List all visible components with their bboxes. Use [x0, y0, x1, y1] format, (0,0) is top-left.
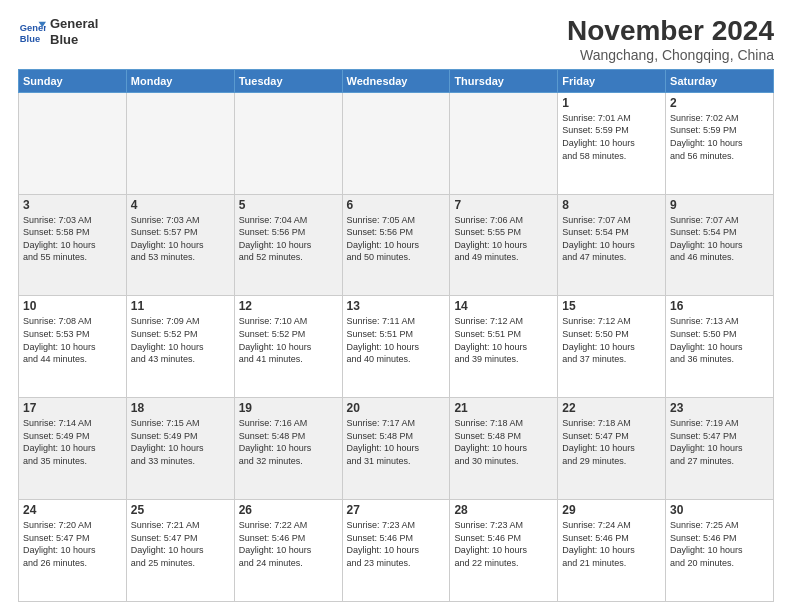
calendar-cell: 26Sunrise: 7:22 AMSunset: 5:46 PMDayligh… [234, 500, 342, 602]
day-number: 6 [347, 198, 446, 212]
calendar-cell [19, 92, 127, 194]
day-number: 10 [23, 299, 122, 313]
day-number: 23 [670, 401, 769, 415]
calendar-cell [234, 92, 342, 194]
day-info: Sunrise: 7:05 AMSunset: 5:56 PMDaylight:… [347, 214, 446, 264]
day-info: Sunrise: 7:23 AMSunset: 5:46 PMDaylight:… [454, 519, 553, 569]
day-number: 13 [347, 299, 446, 313]
day-info: Sunrise: 7:24 AMSunset: 5:46 PMDaylight:… [562, 519, 661, 569]
day-info: Sunrise: 7:14 AMSunset: 5:49 PMDaylight:… [23, 417, 122, 467]
day-number: 12 [239, 299, 338, 313]
calendar-cell [126, 92, 234, 194]
day-number: 2 [670, 96, 769, 110]
logo-icon: General Blue [18, 18, 46, 46]
day-number: 7 [454, 198, 553, 212]
calendar-cell: 13Sunrise: 7:11 AMSunset: 5:51 PMDayligh… [342, 296, 450, 398]
day-info: Sunrise: 7:16 AMSunset: 5:48 PMDaylight:… [239, 417, 338, 467]
day-info: Sunrise: 7:19 AMSunset: 5:47 PMDaylight:… [670, 417, 769, 467]
title-block: November 2024 Wangchang, Chongqing, Chin… [567, 16, 774, 63]
day-info: Sunrise: 7:12 AMSunset: 5:50 PMDaylight:… [562, 315, 661, 365]
day-info: Sunrise: 7:04 AMSunset: 5:56 PMDaylight:… [239, 214, 338, 264]
day-number: 15 [562, 299, 661, 313]
day-info: Sunrise: 7:12 AMSunset: 5:51 PMDaylight:… [454, 315, 553, 365]
day-number: 22 [562, 401, 661, 415]
calendar-cell [450, 92, 558, 194]
calendar-cell: 29Sunrise: 7:24 AMSunset: 5:46 PMDayligh… [558, 500, 666, 602]
day-info: Sunrise: 7:21 AMSunset: 5:47 PMDaylight:… [131, 519, 230, 569]
day-info: Sunrise: 7:09 AMSunset: 5:52 PMDaylight:… [131, 315, 230, 365]
day-number: 8 [562, 198, 661, 212]
calendar-cell: 12Sunrise: 7:10 AMSunset: 5:52 PMDayligh… [234, 296, 342, 398]
weekday-header: Monday [126, 69, 234, 92]
day-number: 20 [347, 401, 446, 415]
day-number: 14 [454, 299, 553, 313]
calendar-cell: 30Sunrise: 7:25 AMSunset: 5:46 PMDayligh… [666, 500, 774, 602]
calendar-cell [342, 92, 450, 194]
calendar-cell: 16Sunrise: 7:13 AMSunset: 5:50 PMDayligh… [666, 296, 774, 398]
day-info: Sunrise: 7:07 AMSunset: 5:54 PMDaylight:… [562, 214, 661, 264]
day-info: Sunrise: 7:15 AMSunset: 5:49 PMDaylight:… [131, 417, 230, 467]
day-number: 9 [670, 198, 769, 212]
day-info: Sunrise: 7:18 AMSunset: 5:48 PMDaylight:… [454, 417, 553, 467]
calendar-cell: 22Sunrise: 7:18 AMSunset: 5:47 PMDayligh… [558, 398, 666, 500]
day-info: Sunrise: 7:03 AMSunset: 5:58 PMDaylight:… [23, 214, 122, 264]
calendar-cell: 18Sunrise: 7:15 AMSunset: 5:49 PMDayligh… [126, 398, 234, 500]
day-number: 30 [670, 503, 769, 517]
month-title: November 2024 [567, 16, 774, 47]
day-number: 27 [347, 503, 446, 517]
weekday-header: Thursday [450, 69, 558, 92]
weekday-header: Wednesday [342, 69, 450, 92]
day-number: 29 [562, 503, 661, 517]
day-number: 4 [131, 198, 230, 212]
logo: General Blue General Blue [18, 16, 98, 47]
day-number: 19 [239, 401, 338, 415]
day-info: Sunrise: 7:23 AMSunset: 5:46 PMDaylight:… [347, 519, 446, 569]
calendar-cell: 10Sunrise: 7:08 AMSunset: 5:53 PMDayligh… [19, 296, 127, 398]
day-number: 21 [454, 401, 553, 415]
day-info: Sunrise: 7:07 AMSunset: 5:54 PMDaylight:… [670, 214, 769, 264]
calendar-cell: 27Sunrise: 7:23 AMSunset: 5:46 PMDayligh… [342, 500, 450, 602]
calendar-cell: 5Sunrise: 7:04 AMSunset: 5:56 PMDaylight… [234, 194, 342, 296]
day-info: Sunrise: 7:20 AMSunset: 5:47 PMDaylight:… [23, 519, 122, 569]
day-info: Sunrise: 7:01 AMSunset: 5:59 PMDaylight:… [562, 112, 661, 162]
weekday-header: Sunday [19, 69, 127, 92]
day-number: 26 [239, 503, 338, 517]
calendar-cell: 6Sunrise: 7:05 AMSunset: 5:56 PMDaylight… [342, 194, 450, 296]
day-info: Sunrise: 7:06 AMSunset: 5:55 PMDaylight:… [454, 214, 553, 264]
calendar-cell: 9Sunrise: 7:07 AMSunset: 5:54 PMDaylight… [666, 194, 774, 296]
page: General Blue General Blue November 2024 … [0, 0, 792, 612]
calendar-cell: 25Sunrise: 7:21 AMSunset: 5:47 PMDayligh… [126, 500, 234, 602]
calendar-cell: 17Sunrise: 7:14 AMSunset: 5:49 PMDayligh… [19, 398, 127, 500]
day-info: Sunrise: 7:18 AMSunset: 5:47 PMDaylight:… [562, 417, 661, 467]
calendar-cell: 28Sunrise: 7:23 AMSunset: 5:46 PMDayligh… [450, 500, 558, 602]
svg-text:Blue: Blue [20, 34, 40, 44]
calendar-cell: 1Sunrise: 7:01 AMSunset: 5:59 PMDaylight… [558, 92, 666, 194]
calendar-cell: 7Sunrise: 7:06 AMSunset: 5:55 PMDaylight… [450, 194, 558, 296]
day-number: 25 [131, 503, 230, 517]
weekday-header: Saturday [666, 69, 774, 92]
day-info: Sunrise: 7:08 AMSunset: 5:53 PMDaylight:… [23, 315, 122, 365]
calendar-cell: 20Sunrise: 7:17 AMSunset: 5:48 PMDayligh… [342, 398, 450, 500]
day-number: 24 [23, 503, 122, 517]
calendar-cell: 2Sunrise: 7:02 AMSunset: 5:59 PMDaylight… [666, 92, 774, 194]
calendar-cell: 8Sunrise: 7:07 AMSunset: 5:54 PMDaylight… [558, 194, 666, 296]
header: General Blue General Blue November 2024 … [18, 16, 774, 63]
day-info: Sunrise: 7:22 AMSunset: 5:46 PMDaylight:… [239, 519, 338, 569]
day-info: Sunrise: 7:02 AMSunset: 5:59 PMDaylight:… [670, 112, 769, 162]
day-number: 18 [131, 401, 230, 415]
day-info: Sunrise: 7:17 AMSunset: 5:48 PMDaylight:… [347, 417, 446, 467]
calendar-cell: 14Sunrise: 7:12 AMSunset: 5:51 PMDayligh… [450, 296, 558, 398]
day-info: Sunrise: 7:11 AMSunset: 5:51 PMDaylight:… [347, 315, 446, 365]
weekday-header: Tuesday [234, 69, 342, 92]
weekday-header: Friday [558, 69, 666, 92]
day-number: 16 [670, 299, 769, 313]
location: Wangchang, Chongqing, China [567, 47, 774, 63]
calendar-cell: 19Sunrise: 7:16 AMSunset: 5:48 PMDayligh… [234, 398, 342, 500]
day-number: 17 [23, 401, 122, 415]
day-number: 5 [239, 198, 338, 212]
day-number: 11 [131, 299, 230, 313]
calendar: SundayMondayTuesdayWednesdayThursdayFrid… [18, 69, 774, 602]
calendar-cell: 24Sunrise: 7:20 AMSunset: 5:47 PMDayligh… [19, 500, 127, 602]
calendar-cell: 11Sunrise: 7:09 AMSunset: 5:52 PMDayligh… [126, 296, 234, 398]
day-info: Sunrise: 7:03 AMSunset: 5:57 PMDaylight:… [131, 214, 230, 264]
